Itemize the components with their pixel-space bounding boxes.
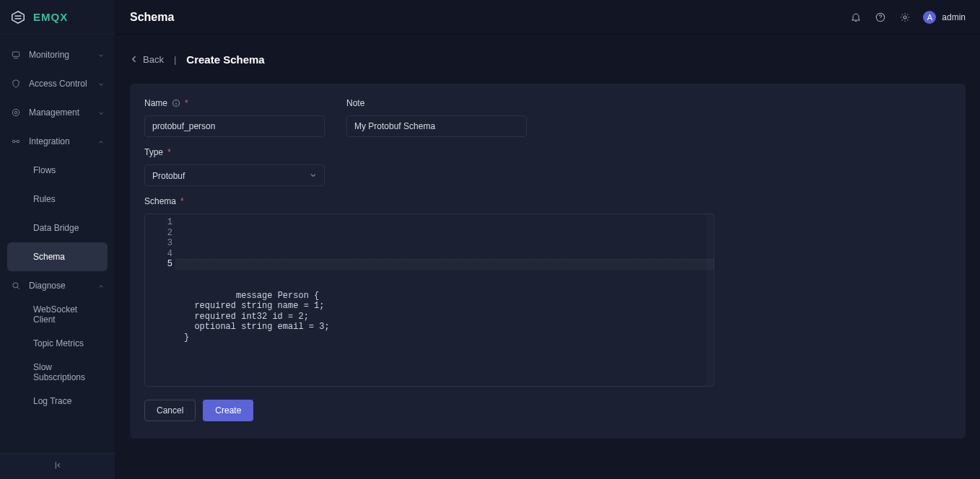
main: Schema A admin (115, 0, 980, 479)
form-card: Name * Note (130, 84, 966, 439)
svg-point-15 (880, 19, 881, 19)
editor-code[interactable]: message Person { required string name = … (180, 214, 714, 386)
brand[interactable]: EMQX (0, 0, 115, 35)
integration-icon (10, 136, 22, 147)
svg-point-19 (176, 101, 177, 102)
help-icon[interactable] (874, 11, 887, 24)
collapse-icon (52, 460, 64, 473)
svg-marker-0 (12, 11, 25, 23)
required-marker: * (185, 98, 188, 108)
brand-logo-icon (10, 9, 26, 25)
svg-line-11 (17, 287, 19, 289)
sidebar-item-label: Diagnose (29, 281, 66, 291)
editor-gutter: 1 2 3 4 5 (145, 214, 180, 386)
nav: Monitoring Access Control (0, 35, 115, 453)
sidebar-item-slow-subscriptions[interactable]: Slow Subscriptions (7, 358, 108, 387)
sidebar-item-label: Data Bridge (33, 223, 79, 233)
line-number: 1 (145, 217, 172, 228)
type-select[interactable]: Protobuf (144, 164, 325, 186)
line-number: 5 (145, 259, 172, 270)
chevron-down-icon (97, 51, 105, 58)
breadcrumb: Back | Create Schema (130, 46, 966, 72)
chevron-up-icon (97, 282, 105, 289)
sidebar-item-label: Rules (33, 194, 56, 204)
topbar-icons: A admin (849, 11, 966, 24)
shield-icon (10, 78, 22, 89)
svg-point-16 (904, 16, 906, 19)
topbar: Schema A admin (115, 0, 980, 35)
create-button-label: Create (215, 405, 241, 416)
required-marker: * (180, 196, 184, 206)
svg-point-6 (12, 109, 19, 115)
sidebar-item-label: Log Trace (33, 396, 71, 406)
sidebar-item-access-control[interactable]: Access Control (0, 69, 115, 98)
sidebar-item-label: Schema (33, 252, 65, 262)
svg-point-8 (17, 140, 19, 143)
sidebar-sub-diagnose: WebSocket Client Topic Metrics Slow Subs… (7, 300, 108, 416)
sidebar-item-label: Topic Metrics (33, 338, 84, 348)
sidebar-item-data-bridge[interactable]: Data Bridge (7, 214, 108, 242)
schema-label: Schema (144, 196, 176, 206)
info-icon[interactable] (172, 99, 180, 107)
avatar: A (923, 11, 936, 24)
line-number: 4 (145, 249, 172, 260)
required-marker: * (167, 147, 171, 157)
sidebar-item-log-trace[interactable]: Log Trace (7, 387, 108, 416)
line-number: 3 (145, 238, 172, 249)
breadcrumb-current: Create Schema (186, 53, 264, 66)
sidebar-item-label: WebSocket Client (33, 304, 100, 325)
brand-name: EMQX (33, 11, 68, 23)
sidebar-sub-integration: Flows Rules Data Bridge Schema (7, 156, 108, 271)
sidebar-item-monitoring[interactable]: Monitoring (0, 40, 115, 69)
sidebar-item-label: Slow Subscriptions (33, 362, 100, 382)
sidebar-item-topic-metrics[interactable]: Topic Metrics (7, 329, 108, 358)
note-label: Note (346, 98, 364, 108)
sidebar-item-rules[interactable]: Rules (7, 185, 108, 214)
chevron-left-icon (130, 55, 139, 63)
type-value: Protobuf (152, 165, 317, 187)
note-input[interactable] (346, 115, 527, 137)
sidebar-item-label: Management (29, 107, 79, 118)
sidebar-collapse-button[interactable] (0, 453, 115, 479)
sidebar: EMQX Monitoring Access Control (0, 0, 115, 479)
name-label: Name (144, 98, 167, 108)
bell-icon[interactable] (849, 11, 862, 24)
sidebar-item-integration[interactable]: Integration (0, 127, 115, 156)
cancel-button[interactable]: Cancel (144, 400, 196, 421)
sidebar-item-label: Access Control (29, 79, 87, 89)
line-number: 2 (145, 228, 172, 239)
name-input[interactable] (144, 115, 325, 137)
sidebar-item-label: Monitoring (29, 50, 69, 60)
settings-icon[interactable] (898, 11, 911, 24)
type-label: Type (144, 147, 163, 157)
svg-point-10 (13, 283, 18, 288)
sidebar-item-management[interactable]: Management (0, 98, 115, 127)
sidebar-item-websocket-client[interactable]: WebSocket Client (7, 300, 108, 329)
user-menu[interactable]: A admin (923, 11, 966, 24)
diagnose-icon (10, 280, 22, 291)
sidebar-item-flows[interactable]: Flows (7, 156, 108, 185)
current-line-highlight (175, 259, 714, 270)
chevron-up-icon (97, 138, 105, 145)
user-name: admin (942, 12, 966, 22)
chevron-down-icon (97, 109, 105, 116)
back-button[interactable]: Back (130, 54, 164, 65)
chevron-down-icon (97, 80, 105, 87)
monitor-icon (10, 49, 22, 61)
content: Back | Create Schema Name * (115, 35, 980, 479)
breadcrumb-separator: | (171, 54, 179, 65)
gear-icon (10, 107, 22, 118)
sidebar-item-schema[interactable]: Schema (7, 242, 108, 271)
page-title: Schema (130, 11, 174, 24)
sidebar-item-label: Integration (29, 136, 70, 146)
cancel-button-label: Cancel (157, 405, 183, 416)
editor-overview-ruler (706, 214, 714, 386)
sidebar-item-diagnose[interactable]: Diagnose (0, 271, 115, 300)
schema-editor[interactable]: 1 2 3 4 5 message Person { required stri… (144, 214, 714, 387)
sidebar-item-label: Flows (33, 165, 56, 175)
svg-point-7 (12, 140, 15, 143)
create-button[interactable]: Create (203, 400, 253, 421)
back-label: Back (143, 54, 164, 65)
form-actions: Cancel Create (144, 400, 951, 421)
svg-point-5 (14, 111, 17, 114)
